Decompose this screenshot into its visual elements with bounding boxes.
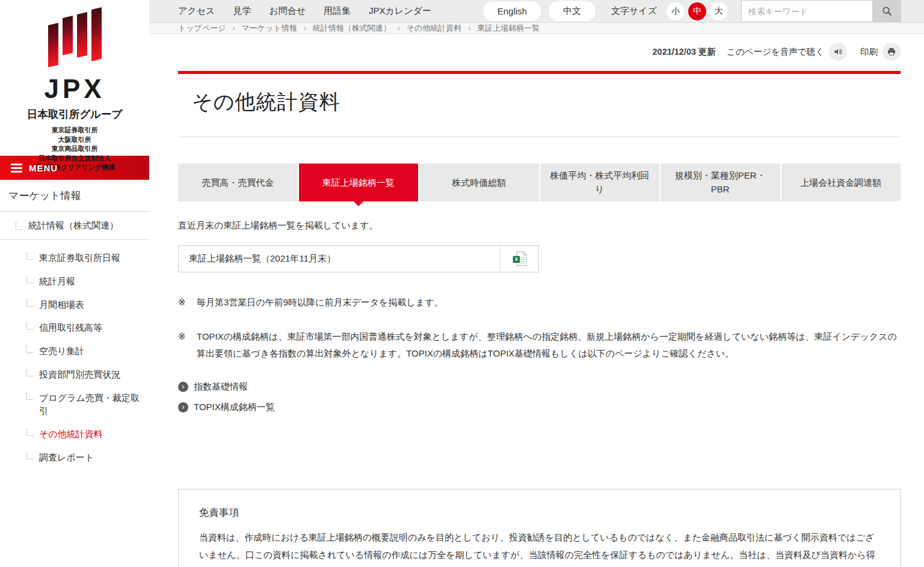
sidebar-item[interactable]: 統計月報 (0, 269, 149, 293)
excel-file-icon: X (511, 250, 528, 267)
search-box (741, 0, 901, 22)
sidebar-item-label: プログラム売買・裁定取引 (39, 391, 142, 418)
tree-branch-icon (26, 346, 33, 353)
breadcrumb-separator: › (304, 24, 306, 32)
tree-branch-icon (26, 452, 33, 459)
tree-branch-icon (26, 369, 33, 376)
tree-branch-icon (26, 299, 33, 307)
note-text: TOPIXの構成銘柄は、東証市場第一部内国普通株式を対象としますが、整理銘柄への… (197, 328, 901, 362)
page-link-label: 指数基礎情報 (194, 381, 248, 393)
font-size-label: 文字サイズ (611, 5, 657, 17)
download-label: 東証上場銘柄一覧（2021年11月末） (179, 246, 500, 272)
tree-branch-icon (26, 322, 33, 329)
utility-right: English 中文 文字サイズ 小 中 大 (476, 0, 901, 22)
breadcrumb-item[interactable]: トップページ (178, 23, 226, 34)
disclaimer-body: 当資料は、作成時における東証上場銘柄の概要説明のみを目的としており、投資勧誘を目… (199, 529, 879, 567)
tab[interactable]: 規模別・業種別PER・PBR (661, 164, 780, 201)
sidebar-item[interactable]: 統計情報（株式関連） (0, 212, 149, 240)
tab-active[interactable]: 東証上場銘柄一覧 (299, 164, 419, 201)
note: ※TOPIXの構成銘柄は、東証市場第一部内国普通株式を対象としますが、整理銘柄へ… (178, 328, 901, 362)
audio-button[interactable] (829, 43, 847, 61)
sidebar-nav: 統計情報（株式関連）東京証券取引所日報統計月報月間相場表信用取引残高等空売り集計… (0, 212, 149, 469)
hamburger-icon (11, 164, 22, 173)
tree-branch-icon (26, 429, 33, 436)
page-link[interactable]: ›TOPIX構成銘柄一覧 (178, 402, 901, 413)
breadcrumb-item[interactable]: マーケット情報 (242, 23, 297, 34)
search-button[interactable] (872, 0, 901, 22)
utility-link[interactable]: 見学 (233, 5, 251, 17)
updated-date: 2021/12/03 更新 (653, 46, 716, 58)
tab[interactable]: 株価平均・株式平均利回り (540, 164, 660, 201)
sidebar-item-label: その他統計資料 (39, 428, 103, 441)
note-marker: ※ (178, 294, 197, 311)
tree-branch-icon (26, 393, 33, 400)
breadcrumb-item[interactable]: 統計情報（株式関連） (313, 23, 391, 34)
sidebar-item[interactable]: 空売り集計 (0, 339, 149, 363)
circle-arrow-icon: › (178, 382, 188, 392)
intro-text: 直近月末の東証上場銘柄一覧を掲載しています。 (178, 220, 901, 231)
page-link[interactable]: ›指数基礎情報 (178, 381, 901, 393)
title-block: その他統計資料 (178, 71, 901, 137)
lang-chinese-button[interactable]: 中文 (549, 1, 596, 22)
sidebar-item-label: 月間相場表 (39, 298, 84, 311)
download-icon-cell[interactable]: X (500, 246, 538, 272)
tab-bar: 売買高・売買代金東証上場銘柄一覧株式時価総額株価平均・株式平均利回り規模別・業種… (178, 164, 901, 201)
utility-link[interactable]: アクセス (178, 5, 215, 17)
font-size-medium-button[interactable]: 中 (688, 2, 706, 20)
lang-english-button[interactable]: English (483, 1, 541, 21)
tab[interactable]: 株式時価総額 (419, 164, 539, 201)
tree-branch-icon (26, 253, 33, 260)
page-content: 2021/12/03 更新 このページを音声で聴く 印刷 (149, 34, 924, 567)
utility-link[interactable]: JPXカレンダー (369, 5, 431, 17)
print-link[interactable]: 印刷 (860, 46, 878, 58)
sidebar-item[interactable]: 月間相場表 (0, 293, 149, 316)
utility-bar: アクセス見学お問合せ用語集JPXカレンダー English 中文 文字サイズ 小… (149, 0, 924, 23)
page-title: その他統計資料 (192, 88, 901, 116)
breadcrumb: トップページ›マーケット情報›統計情報（株式関連）›その他統計資料›東証上場銘柄… (178, 23, 540, 34)
brand-company-line: 大阪取引所 (0, 135, 149, 145)
sidebar-item[interactable]: 投資部門別売買状況 (0, 363, 149, 386)
speaker-icon (833, 47, 843, 57)
download-row[interactable]: 東証上場銘柄一覧（2021年11月末） X (178, 245, 539, 272)
sidebar-item[interactable]: 調査レポート (0, 446, 149, 469)
menu-label: MENU (29, 163, 58, 173)
page-meta-row: 2021/12/03 更新 このページを音声で聴く 印刷 (178, 43, 901, 61)
brand-company-line: 東京商品取引所 (0, 144, 149, 154)
print-button[interactable] (882, 43, 901, 61)
sidebar-section-title[interactable]: マーケット情報 (0, 180, 149, 212)
utility-link[interactable]: お問合せ (269, 5, 306, 17)
page-root: JPX 日本取引所グループ 東京証券取引所大阪取引所東京商品取引所日本取引所自主… (0, 0, 924, 567)
tree-branch-icon (16, 222, 22, 230)
notes-list: ※毎月第3営業日の午前9時以降に前月末データを掲載します。※TOPIXの構成銘柄… (178, 294, 901, 362)
disclaimer-title: 免責事項 (199, 506, 879, 519)
svg-text:X: X (514, 256, 518, 262)
breadcrumb-item[interactable]: その他統計資料 (407, 23, 462, 34)
font-size-large-button[interactable]: 大 (710, 2, 728, 20)
main-column: アクセス見学お問合せ用語集JPXカレンダー English 中文 文字サイズ 小… (149, 0, 924, 567)
sidebar-item-label: 空売り集計 (39, 345, 84, 358)
sidebar-item[interactable]: 東京証券取引所日報 (0, 246, 149, 269)
search-input[interactable] (741, 0, 872, 22)
note-text: 毎月第3営業日の午前9時以降に前月末データを掲載します。 (197, 294, 901, 311)
sidebar-item[interactable]: プログラム売買・裁定取引 (0, 386, 149, 423)
font-size-small-button[interactable]: 小 (667, 2, 685, 20)
tab[interactable]: 上場会社資金調達額 (781, 164, 901, 201)
logo-bar (91, 7, 102, 61)
tab[interactable]: 売買高・売買代金 (178, 164, 298, 201)
utility-link[interactable]: 用語集 (324, 5, 351, 17)
printer-icon (887, 47, 896, 57)
page-links: ›指数基礎情報›TOPIX構成銘柄一覧 (178, 381, 901, 413)
breadcrumb-separator: › (233, 24, 235, 32)
sidebar-item[interactable]: 信用取引残高等 (0, 316, 149, 339)
sidebar-item-label: 信用取引残高等 (39, 321, 102, 334)
sidebar-item-active[interactable]: その他統計資料 (0, 422, 149, 446)
jpx-logo[interactable]: JPX 日本取引所グループ 東京証券取引所大阪取引所東京商品取引所日本取引所自主… (0, 0, 149, 156)
circle-arrow-icon: › (178, 402, 188, 412)
sidebar-item-label: 東京証券取引所日報 (39, 251, 120, 265)
page-link-label: TOPIX構成銘柄一覧 (194, 402, 275, 413)
breadcrumb-bar: トップページ›マーケット情報›統計情報（株式関連）›その他統計資料›東証上場銘柄… (149, 23, 924, 34)
tree-branch-icon (26, 276, 33, 283)
sidebar-item-label: 調査レポート (39, 451, 94, 464)
logo-group-name: 日本取引所グループ (0, 107, 149, 121)
listen-link[interactable]: このページを音声で聴く (727, 46, 824, 58)
